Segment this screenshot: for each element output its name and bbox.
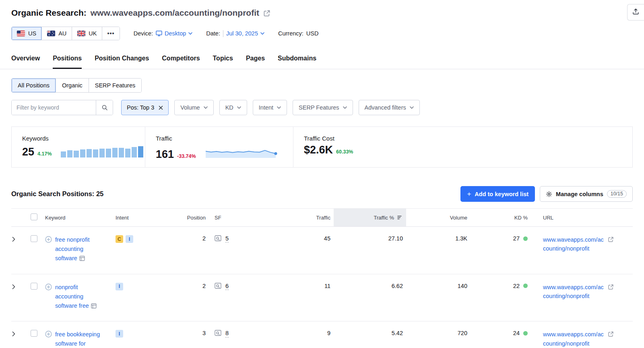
expand-row-icon[interactable] — [12, 284, 15, 289]
dropdown-label: SERP Features — [299, 104, 339, 111]
table-row: free bookkeeping software for nonprofits… — [11, 321, 633, 348]
traffic-stat-change: -33.74% — [177, 153, 196, 160]
tab-positions[interactable]: Positions — [53, 54, 82, 69]
kd-value: 24 — [513, 330, 520, 336]
tab-competitors[interactable]: Competitors — [162, 54, 200, 69]
country-tab-label: US — [28, 30, 36, 37]
segment-serp-features[interactable]: SERP Features — [89, 79, 141, 92]
traffic-cell: 45 — [269, 227, 334, 274]
external-link-icon[interactable] — [608, 331, 614, 348]
more-countries-button[interactable]: ••• — [102, 27, 119, 40]
select-all-checkbox[interactable] — [31, 213, 37, 220]
column-header-sf[interactable]: SF — [209, 209, 269, 227]
page-title: Organic Research: — [11, 8, 87, 18]
export-button[interactable] — [627, 4, 644, 21]
search-button[interactable] — [96, 100, 113, 115]
volume-cell: 140 — [406, 274, 471, 321]
tab-position-changes[interactable]: Position Changes — [95, 54, 149, 69]
column-header-volume[interactable]: Volume — [406, 209, 471, 227]
table-row-count: 25 — [96, 190, 103, 197]
filter-chip-label: Pos: Top 3 — [127, 104, 154, 111]
sf-count-link[interactable]: 5 — [225, 235, 229, 242]
tab-overview[interactable]: Overview — [11, 54, 40, 69]
keyword-link[interactable]: free nonprofit accounting software — [55, 236, 89, 261]
traffic-sparkline — [204, 145, 281, 158]
serp-snapshot-icon[interactable] — [91, 303, 97, 309]
keyword-link[interactable]: free bookkeeping software for nonprofits — [55, 331, 100, 348]
column-header-kd[interactable]: KD % — [471, 209, 531, 227]
sf-count-link[interactable]: 6 — [225, 283, 229, 290]
add-to-keyword-list-button[interactable]: + Add to keyword list — [460, 186, 535, 202]
row-checkbox[interactable] — [31, 330, 37, 337]
chevron-down-icon — [343, 106, 347, 109]
add-keyword-icon[interactable] — [45, 236, 52, 263]
serp-features-icon[interactable] — [215, 330, 221, 337]
kd-filter-dropdown[interactable]: KD — [219, 100, 247, 115]
external-link-icon[interactable] — [608, 284, 614, 301]
column-header-position[interactable]: Position — [171, 209, 209, 227]
domain-external-link-icon[interactable] — [263, 10, 270, 17]
volume-filter-dropdown[interactable]: Volume — [174, 100, 213, 115]
dropdown-label: Advanced filters — [365, 104, 406, 111]
divider — [223, 30, 223, 37]
serp-features-icon[interactable] — [215, 283, 221, 290]
serp-snapshot-icon[interactable] — [79, 256, 85, 261]
date-dropdown[interactable]: Jul 30, 2025 — [226, 30, 264, 37]
keyword-filter-group — [11, 100, 113, 115]
segment-all-positions[interactable]: All Positions — [12, 79, 56, 92]
remove-filter-icon[interactable] — [159, 106, 163, 110]
add-keyword-icon[interactable] — [45, 284, 52, 311]
select-all-checkbox-cell — [27, 209, 42, 227]
row-checkbox[interactable] — [31, 283, 37, 290]
traffic-cost-stat-value: $2.6K — [304, 145, 333, 155]
external-link-icon[interactable] — [608, 236, 614, 253]
url-link[interactable]: www.waveapps.com/accounting/nonprofit — [543, 330, 604, 348]
advanced-filters-dropdown[interactable]: Advanced filters — [359, 100, 420, 115]
device-value: Desktop — [165, 30, 186, 37]
column-header-url[interactable]: URL — [531, 209, 633, 227]
manage-columns-button[interactable]: Manage columns 10/15 — [540, 186, 633, 202]
tab-pages[interactable]: Pages — [246, 54, 265, 69]
toolbar: US AU UK ••• Device: Desktop — [11, 27, 633, 40]
chevron-down-icon — [204, 106, 208, 109]
dropdown-label: Volume — [180, 104, 200, 111]
expand-row-icon[interactable] — [12, 237, 15, 242]
segment-organic[interactable]: Organic — [56, 79, 89, 92]
add-keyword-icon[interactable] — [45, 331, 52, 348]
analyzed-domain: www.waveapps.com/accounting/nonprofit — [91, 8, 259, 18]
keywords-stat-value: 25 — [22, 147, 34, 157]
active-filter-chip-position[interactable]: Pos: Top 3 — [121, 100, 169, 115]
expand-row-icon[interactable] — [12, 331, 15, 336]
table-title-text: Organic Search Positions: — [11, 190, 94, 197]
traffic-cost-stat-label: Traffic Cost — [304, 135, 622, 142]
country-tab-au[interactable]: AU — [42, 27, 72, 40]
traffic-cell: 11 — [269, 274, 334, 321]
keyword-filter-input[interactable] — [12, 100, 96, 115]
kd-value: 22 — [513, 283, 520, 289]
column-header-traffic-pct[interactable]: Traffic % — [334, 209, 406, 227]
intent-filter-dropdown[interactable]: Intent — [253, 100, 287, 115]
device-dropdown[interactable]: Desktop — [156, 30, 192, 37]
traffic-cost-stat-change: 60.33% — [336, 149, 353, 155]
serp-features-filter-dropdown[interactable]: SERP Features — [293, 100, 353, 115]
url-link[interactable]: www.waveapps.com/accounting/nonprofit — [543, 283, 604, 301]
row-checkbox[interactable] — [31, 235, 37, 242]
device-selector: Device: Desktop — [134, 30, 193, 37]
column-header-intent[interactable]: Intent — [112, 209, 171, 227]
country-tab-label: AU — [58, 30, 66, 37]
kd-difficulty-dot — [523, 236, 528, 241]
keyword-link[interactable]: nonprofit accounting software free — [55, 284, 97, 309]
column-header-keyword[interactable]: Keyword — [42, 209, 112, 227]
page-header: Organic Research: www.waveapps.com/accou… — [11, 8, 633, 18]
country-tab-us[interactable]: US — [12, 27, 42, 40]
chevron-down-icon — [410, 106, 414, 109]
column-header-traffic-pct-label: Traffic % — [374, 215, 394, 221]
filters-bar: Pos: Top 3 Volume KD Intent SERP Feature… — [11, 100, 633, 115]
tab-topics[interactable]: Topics — [213, 54, 233, 69]
url-link[interactable]: www.waveapps.com/accounting/nonprofit — [543, 235, 604, 253]
country-tab-uk[interactable]: UK — [72, 27, 102, 40]
sf-count-link[interactable]: 8 — [225, 330, 229, 337]
tab-subdomains[interactable]: Subdomains — [278, 54, 316, 69]
serp-features-icon[interactable] — [215, 235, 221, 242]
column-header-traffic[interactable]: Traffic — [269, 209, 334, 227]
